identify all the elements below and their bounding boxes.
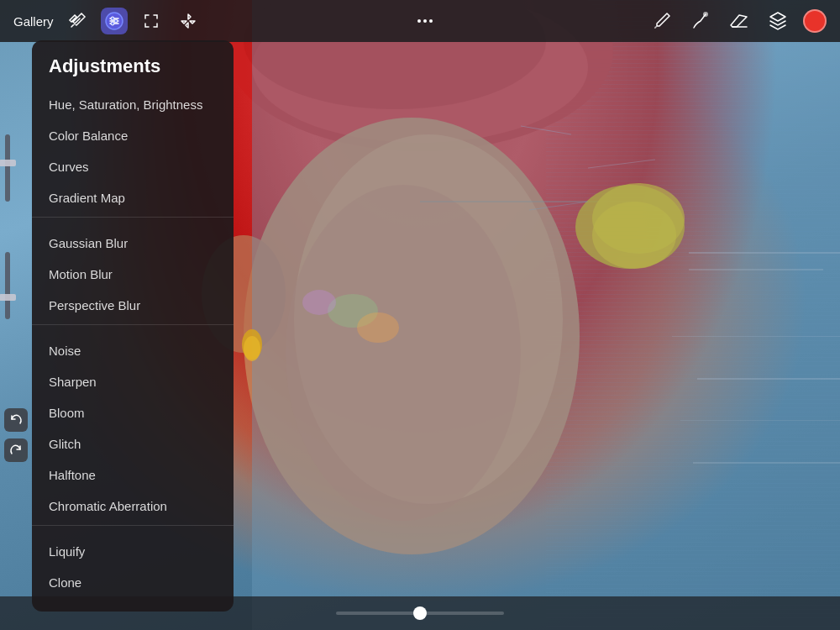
svg-point-30	[111, 22, 114, 25]
glitch-effect-overlay	[546, 0, 840, 630]
motion-blur-item[interactable]: Motion Blur	[32, 259, 234, 290]
toolbar-right	[648, 8, 827, 34]
transform-button[interactable]	[175, 8, 202, 34]
toolbar-center	[417, 19, 433, 23]
liquify-item[interactable]: Liquify	[32, 536, 234, 567]
color-swatch[interactable]	[803, 9, 827, 33]
gallery-button[interactable]: Gallery	[13, 14, 54, 29]
divider-2	[32, 324, 234, 325]
panel-title: Adjustments	[32, 40, 234, 89]
smudge-icon	[690, 11, 711, 31]
svg-point-28	[111, 17, 114, 20]
eraser-tool-button[interactable]	[726, 8, 753, 34]
gradient-map-item[interactable]: Gradient Map	[32, 182, 234, 213]
dot-3	[429, 19, 433, 23]
scrubber-handle[interactable]	[413, 606, 427, 620]
adjustments-icon	[105, 12, 123, 30]
layers-icon	[768, 11, 788, 31]
brush-icon	[652, 11, 672, 31]
side-sliders	[0, 134, 10, 319]
divider-1	[32, 217, 234, 218]
transform-icon	[179, 12, 197, 30]
timeline-scrubber[interactable]	[336, 612, 504, 615]
toolbar-left: Gallery	[13, 8, 202, 34]
bloom-item[interactable]: Bloom	[32, 397, 234, 428]
size-slider-thumb[interactable]	[0, 294, 16, 301]
section-gap-2	[32, 328, 234, 335]
magic-tool-button[interactable]	[64, 8, 91, 34]
selection-icon	[142, 12, 160, 30]
brush-opacity-slider[interactable]	[5, 134, 10, 202]
chromatic-aberration-item[interactable]: Chromatic Aberration	[32, 491, 234, 522]
magic-wand-icon	[68, 12, 87, 30]
dot-2	[423, 19, 427, 23]
smudge-tool-button[interactable]	[687, 8, 714, 34]
adjustments-panel: Adjustments Hue, Saturation, Brightness …	[32, 40, 234, 612]
hue-sat-bright-item[interactable]: Hue, Saturation, Brightness	[32, 89, 234, 120]
redo-icon	[9, 444, 23, 457]
selection-button[interactable]	[138, 8, 165, 34]
perspective-blur-item[interactable]: Perspective Blur	[32, 290, 234, 321]
undo-button[interactable]	[4, 408, 28, 432]
redo-button[interactable]	[4, 438, 28, 462]
gaussian-blur-item[interactable]: Gaussian Blur	[32, 228, 234, 259]
eraser-icon	[729, 11, 749, 31]
divider-3	[32, 525, 234, 526]
opacity-slider-thumb[interactable]	[0, 160, 16, 166]
brush-tool-button[interactable]	[648, 8, 675, 34]
section-gap-3	[32, 529, 234, 536]
curves-item[interactable]: Curves	[32, 151, 234, 182]
clone-item[interactable]: Clone	[32, 567, 234, 598]
glitch-item[interactable]: Glitch	[32, 428, 234, 459]
undo-redo-container	[0, 408, 28, 462]
dot-1	[417, 19, 421, 23]
brush-size-slider[interactable]	[5, 252, 10, 319]
more-options-indicator	[417, 19, 433, 23]
undo-icon	[9, 413, 23, 427]
top-toolbar: Gallery	[0, 0, 840, 42]
svg-point-31	[703, 12, 708, 17]
sharpen-item[interactable]: Sharpen	[32, 366, 234, 397]
svg-point-29	[114, 19, 118, 23]
layers-button[interactable]	[764, 8, 791, 34]
section-gap-1	[32, 221, 234, 228]
halftone-item[interactable]: Halftone	[32, 459, 234, 491]
color-balance-item[interactable]: Color Balance	[32, 120, 234, 151]
noise-item[interactable]: Noise	[32, 335, 234, 366]
adjustments-button[interactable]	[101, 8, 128, 34]
